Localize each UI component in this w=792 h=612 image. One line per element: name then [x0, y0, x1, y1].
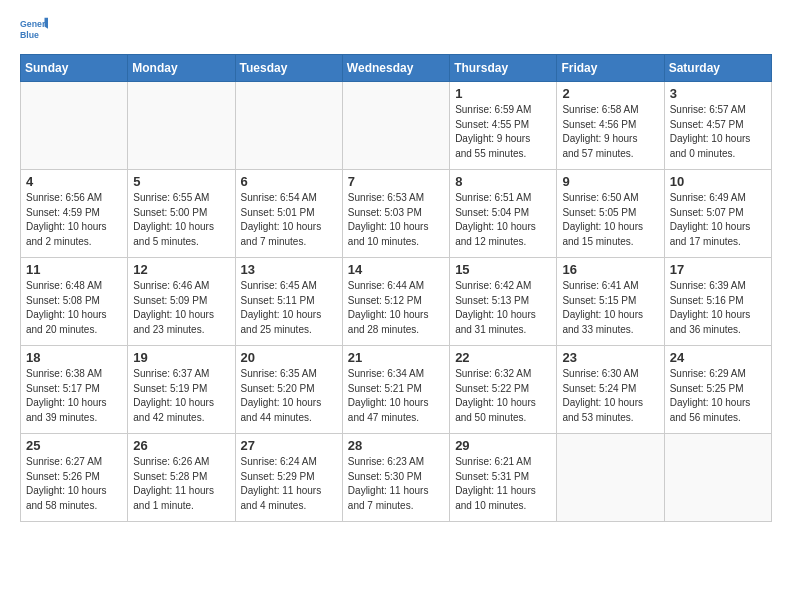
weekday-header-thursday: Thursday — [450, 55, 557, 82]
day-number: 21 — [348, 350, 444, 365]
logo-icon: General Blue — [20, 16, 48, 44]
day-info: Sunrise: 6:58 AM Sunset: 4:56 PM Dayligh… — [562, 103, 658, 161]
day-number: 29 — [455, 438, 551, 453]
day-number: 12 — [133, 262, 229, 277]
day-info: Sunrise: 6:54 AM Sunset: 5:01 PM Dayligh… — [241, 191, 337, 249]
calendar-cell — [235, 82, 342, 170]
day-info: Sunrise: 6:56 AM Sunset: 4:59 PM Dayligh… — [26, 191, 122, 249]
calendar-table: SundayMondayTuesdayWednesdayThursdayFrid… — [20, 54, 772, 522]
day-number: 5 — [133, 174, 229, 189]
day-info: Sunrise: 6:50 AM Sunset: 5:05 PM Dayligh… — [562, 191, 658, 249]
weekday-header-wednesday: Wednesday — [342, 55, 449, 82]
calendar-cell: 3Sunrise: 6:57 AM Sunset: 4:57 PM Daylig… — [664, 82, 771, 170]
day-number: 14 — [348, 262, 444, 277]
day-info: Sunrise: 6:48 AM Sunset: 5:08 PM Dayligh… — [26, 279, 122, 337]
day-info: Sunrise: 6:27 AM Sunset: 5:26 PM Dayligh… — [26, 455, 122, 513]
calendar-cell: 12Sunrise: 6:46 AM Sunset: 5:09 PM Dayli… — [128, 258, 235, 346]
day-info: Sunrise: 6:49 AM Sunset: 5:07 PM Dayligh… — [670, 191, 766, 249]
day-number: 25 — [26, 438, 122, 453]
calendar-cell: 20Sunrise: 6:35 AM Sunset: 5:20 PM Dayli… — [235, 346, 342, 434]
calendar-cell: 22Sunrise: 6:32 AM Sunset: 5:22 PM Dayli… — [450, 346, 557, 434]
calendar-cell: 6Sunrise: 6:54 AM Sunset: 5:01 PM Daylig… — [235, 170, 342, 258]
weekday-header-friday: Friday — [557, 55, 664, 82]
day-number: 23 — [562, 350, 658, 365]
day-info: Sunrise: 6:23 AM Sunset: 5:30 PM Dayligh… — [348, 455, 444, 513]
day-number: 27 — [241, 438, 337, 453]
day-info: Sunrise: 6:44 AM Sunset: 5:12 PM Dayligh… — [348, 279, 444, 337]
day-info: Sunrise: 6:35 AM Sunset: 5:20 PM Dayligh… — [241, 367, 337, 425]
day-info: Sunrise: 6:21 AM Sunset: 5:31 PM Dayligh… — [455, 455, 551, 513]
day-info: Sunrise: 6:32 AM Sunset: 5:22 PM Dayligh… — [455, 367, 551, 425]
weekday-header-sunday: Sunday — [21, 55, 128, 82]
calendar-cell: 18Sunrise: 6:38 AM Sunset: 5:17 PM Dayli… — [21, 346, 128, 434]
day-info: Sunrise: 6:57 AM Sunset: 4:57 PM Dayligh… — [670, 103, 766, 161]
svg-text:Blue: Blue — [20, 30, 39, 40]
day-info: Sunrise: 6:30 AM Sunset: 5:24 PM Dayligh… — [562, 367, 658, 425]
day-info: Sunrise: 6:46 AM Sunset: 5:09 PM Dayligh… — [133, 279, 229, 337]
day-number: 8 — [455, 174, 551, 189]
week-row-4: 18Sunrise: 6:38 AM Sunset: 5:17 PM Dayli… — [21, 346, 772, 434]
logo: General Blue — [20, 16, 48, 44]
day-number: 17 — [670, 262, 766, 277]
calendar-cell: 27Sunrise: 6:24 AM Sunset: 5:29 PM Dayli… — [235, 434, 342, 522]
calendar-cell: 8Sunrise: 6:51 AM Sunset: 5:04 PM Daylig… — [450, 170, 557, 258]
calendar-cell — [557, 434, 664, 522]
day-number: 1 — [455, 86, 551, 101]
svg-text:General: General — [20, 19, 48, 29]
day-number: 15 — [455, 262, 551, 277]
calendar-cell: 4Sunrise: 6:56 AM Sunset: 4:59 PM Daylig… — [21, 170, 128, 258]
calendar-cell: 5Sunrise: 6:55 AM Sunset: 5:00 PM Daylig… — [128, 170, 235, 258]
day-number: 2 — [562, 86, 658, 101]
calendar-cell: 2Sunrise: 6:58 AM Sunset: 4:56 PM Daylig… — [557, 82, 664, 170]
day-number: 24 — [670, 350, 766, 365]
day-info: Sunrise: 6:41 AM Sunset: 5:15 PM Dayligh… — [562, 279, 658, 337]
day-number: 6 — [241, 174, 337, 189]
calendar-cell: 19Sunrise: 6:37 AM Sunset: 5:19 PM Dayli… — [128, 346, 235, 434]
day-number: 22 — [455, 350, 551, 365]
weekday-header-monday: Monday — [128, 55, 235, 82]
day-number: 10 — [670, 174, 766, 189]
day-info: Sunrise: 6:51 AM Sunset: 5:04 PM Dayligh… — [455, 191, 551, 249]
day-number: 16 — [562, 262, 658, 277]
day-number: 4 — [26, 174, 122, 189]
day-number: 20 — [241, 350, 337, 365]
calendar-cell: 16Sunrise: 6:41 AM Sunset: 5:15 PM Dayli… — [557, 258, 664, 346]
day-info: Sunrise: 6:55 AM Sunset: 5:00 PM Dayligh… — [133, 191, 229, 249]
page-header: General Blue — [20, 16, 772, 44]
day-number: 19 — [133, 350, 229, 365]
calendar-cell — [342, 82, 449, 170]
day-info: Sunrise: 6:39 AM Sunset: 5:16 PM Dayligh… — [670, 279, 766, 337]
day-number: 28 — [348, 438, 444, 453]
week-row-1: 1Sunrise: 6:59 AM Sunset: 4:55 PM Daylig… — [21, 82, 772, 170]
week-row-2: 4Sunrise: 6:56 AM Sunset: 4:59 PM Daylig… — [21, 170, 772, 258]
day-info: Sunrise: 6:59 AM Sunset: 4:55 PM Dayligh… — [455, 103, 551, 161]
day-info: Sunrise: 6:42 AM Sunset: 5:13 PM Dayligh… — [455, 279, 551, 337]
day-info: Sunrise: 6:24 AM Sunset: 5:29 PM Dayligh… — [241, 455, 337, 513]
weekday-header-saturday: Saturday — [664, 55, 771, 82]
day-info: Sunrise: 6:29 AM Sunset: 5:25 PM Dayligh… — [670, 367, 766, 425]
day-info: Sunrise: 6:37 AM Sunset: 5:19 PM Dayligh… — [133, 367, 229, 425]
day-number: 3 — [670, 86, 766, 101]
day-number: 26 — [133, 438, 229, 453]
calendar-cell — [664, 434, 771, 522]
calendar-cell: 9Sunrise: 6:50 AM Sunset: 5:05 PM Daylig… — [557, 170, 664, 258]
calendar-cell: 23Sunrise: 6:30 AM Sunset: 5:24 PM Dayli… — [557, 346, 664, 434]
day-number: 11 — [26, 262, 122, 277]
weekday-header-row: SundayMondayTuesdayWednesdayThursdayFrid… — [21, 55, 772, 82]
day-info: Sunrise: 6:34 AM Sunset: 5:21 PM Dayligh… — [348, 367, 444, 425]
calendar-cell — [21, 82, 128, 170]
calendar-cell: 14Sunrise: 6:44 AM Sunset: 5:12 PM Dayli… — [342, 258, 449, 346]
calendar-cell — [128, 82, 235, 170]
calendar-cell: 11Sunrise: 6:48 AM Sunset: 5:08 PM Dayli… — [21, 258, 128, 346]
calendar-cell: 7Sunrise: 6:53 AM Sunset: 5:03 PM Daylig… — [342, 170, 449, 258]
day-number: 9 — [562, 174, 658, 189]
calendar-cell: 29Sunrise: 6:21 AM Sunset: 5:31 PM Dayli… — [450, 434, 557, 522]
day-info: Sunrise: 6:38 AM Sunset: 5:17 PM Dayligh… — [26, 367, 122, 425]
day-number: 13 — [241, 262, 337, 277]
calendar-cell: 10Sunrise: 6:49 AM Sunset: 5:07 PM Dayli… — [664, 170, 771, 258]
day-info: Sunrise: 6:45 AM Sunset: 5:11 PM Dayligh… — [241, 279, 337, 337]
week-row-3: 11Sunrise: 6:48 AM Sunset: 5:08 PM Dayli… — [21, 258, 772, 346]
calendar-cell: 26Sunrise: 6:26 AM Sunset: 5:28 PM Dayli… — [128, 434, 235, 522]
day-info: Sunrise: 6:53 AM Sunset: 5:03 PM Dayligh… — [348, 191, 444, 249]
calendar-cell: 24Sunrise: 6:29 AM Sunset: 5:25 PM Dayli… — [664, 346, 771, 434]
